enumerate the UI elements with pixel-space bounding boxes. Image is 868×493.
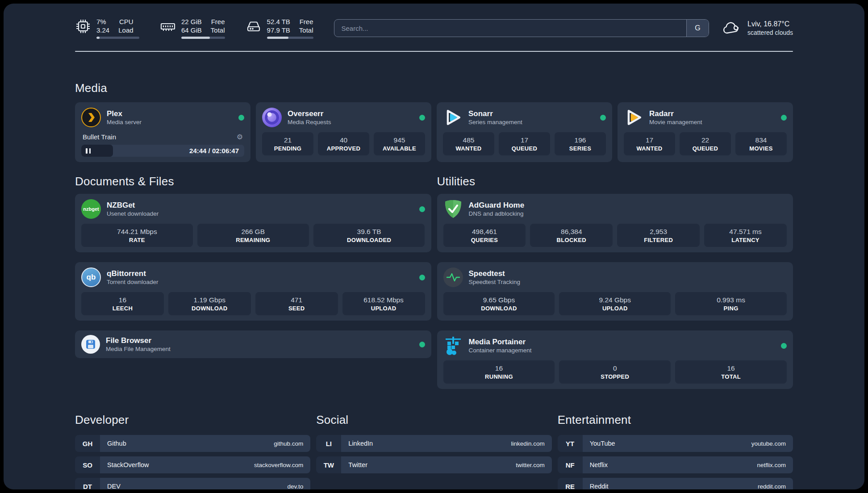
bookmark-url: netflix.com: [757, 462, 786, 468]
status-online-dot: [781, 115, 787, 121]
bookmark-url: github.com: [274, 440, 303, 447]
social-section-title: Social: [316, 413, 551, 427]
weather-condition: scattered clouds: [747, 29, 793, 37]
status-online-dot: [419, 275, 425, 280]
app-name: Speedtest: [469, 269, 521, 278]
bookmark-linkedin[interactable]: LI LinkedIn linkedin.com: [316, 435, 551, 452]
service-card-portainer[interactable]: Media Portainer Container management 16 …: [437, 330, 793, 389]
service-card-radarr[interactable]: Radarr Movie management 17 WANTED 22 QUE…: [618, 102, 793, 162]
weather-widget: Lviv, 16.87°C scattered clouds: [722, 20, 793, 37]
stat-total: 16 TOTAL: [675, 360, 787, 384]
stat-pending: 21 PENDING: [262, 132, 313, 155]
playback-progress-bar[interactable]: 24:44 / 02:06:47: [81, 145, 244, 157]
service-card-nzbget[interactable]: nzbget NZBGet Usenet downloader 744.21 M…: [75, 194, 431, 252]
dashboard-page: 7% 3.24 CPU Load: [4, 4, 864, 489]
weather-location-temp: Lviv, 16.87°C: [747, 20, 793, 29]
developer-section-title: Developer: [75, 413, 310, 427]
bookmark-url: reddit.com: [758, 483, 786, 490]
app-name: Sonarr: [468, 109, 522, 118]
nzbget-icon: nzbget: [81, 199, 101, 219]
adguard-icon: [443, 199, 463, 219]
bookmark-name: Github: [107, 440, 126, 447]
service-card-plex[interactable]: Plex Media server Bullet Train ⚙: [75, 102, 250, 162]
bookmark-url: linkedin.com: [511, 440, 545, 447]
section-social: Social LI LinkedIn linkedin.com TW Twitt…: [316, 413, 551, 478]
search-engine-button[interactable]: G: [686, 20, 709, 37]
bookmark-netflix[interactable]: NF Netflix netflix.com: [558, 456, 793, 473]
bookmark-tag: SO: [75, 456, 100, 473]
memory-total-value: 64 GiB: [181, 26, 202, 34]
app-description: Media File Management: [106, 345, 171, 353]
cpu-percent: 7%: [96, 17, 109, 26]
app-name: NZBGet: [107, 201, 159, 210]
service-card-overseerr[interactable]: Overseerr Media Requests 21 PENDING 40 A…: [256, 102, 431, 162]
service-card-qbittorrent[interactable]: qb qBittorrent Torrent downloader 16 LEE…: [75, 262, 431, 321]
service-card-sonarr[interactable]: Sonarr Series management 485 WANTED 17 Q…: [437, 102, 612, 162]
app-name: Media Portainer: [469, 337, 532, 347]
app-name: File Browser: [106, 336, 171, 345]
memory-progress-fill: [181, 37, 210, 39]
bookmark-stackoverflow[interactable]: SO StackOverflow stackoverflow.com: [75, 456, 310, 473]
bookmark-github[interactable]: GH Github github.com: [75, 435, 310, 452]
playback-progress-fill: [81, 145, 113, 157]
disk-progress-track: [267, 37, 313, 39]
stat-queries: 498,461 QUERIES: [443, 224, 526, 247]
bookmark-reddit[interactable]: RE Reddit reddit.com: [558, 478, 793, 489]
section-media: Media Plex Media server: [75, 81, 793, 162]
cpu-progress-track: [96, 37, 139, 39]
search-input[interactable]: [334, 20, 687, 37]
gear-icon[interactable]: ⚙: [237, 133, 243, 141]
app-description: Container management: [469, 347, 532, 354]
bookmark-twitter[interactable]: TW Twitter twitter.com: [316, 456, 551, 473]
status-online-dot: [238, 115, 244, 121]
portainer-icon: [443, 336, 463, 355]
stat-queued: 17 QUEUED: [499, 132, 550, 155]
bookmark-dev[interactable]: DT DEV dev.to: [75, 478, 310, 489]
overseerr-icon: [262, 108, 282, 127]
bookmark-name: Reddit: [590, 483, 609, 489]
app-name: qBittorrent: [107, 269, 159, 278]
sonarr-icon: [443, 108, 463, 127]
bookmark-url: youtube.com: [751, 440, 786, 447]
app-description: Movie management: [649, 118, 702, 126]
stat-latency: 47.571 ms LATENCY: [704, 224, 787, 247]
stat-ping: 0.993 ms PING: [675, 292, 787, 315]
stat-series: 196 SERIES: [555, 132, 606, 155]
entertainment-section-title: Entertainment: [558, 413, 793, 427]
bookmark-tag: DT: [75, 478, 100, 489]
media-section-title: Media: [75, 81, 793, 95]
bookmark-name: DEV: [107, 483, 121, 489]
service-card-filebrowser[interactable]: File Browser Media File Management: [75, 330, 431, 358]
documents-section-title: Documents & Files: [75, 175, 431, 188]
service-card-adguard[interactable]: AdGuard Home DNS and adblocking 498,461 …: [437, 194, 793, 252]
search-bar: G: [334, 19, 709, 37]
utilities-section-title: Utilities: [437, 175, 793, 188]
stat-running: 16 RUNNING: [443, 360, 555, 384]
app-description: Usenet downloader: [107, 210, 159, 217]
stat-blocked: 86,384 BLOCKED: [530, 224, 613, 247]
disk-free-value: 52.4 TB: [267, 17, 290, 26]
stat-wanted: 485 WANTED: [443, 132, 494, 155]
top-bar: 7% 3.24 CPU Load: [75, 17, 793, 39]
bookmark-url: twitter.com: [516, 462, 545, 468]
now-playing-title: Bullet Train: [83, 133, 116, 141]
disk-progress-fill: [267, 37, 289, 39]
stat-seed: 471 SEED: [255, 292, 338, 315]
bookmark-name: YouTube: [590, 440, 615, 447]
section-entertainment: Entertainment YT YouTube youtube.com NF …: [558, 413, 793, 489]
stat-download: 9.65 Gbps DOWNLOAD: [443, 292, 555, 315]
stat-wanted: 17 WANTED: [624, 132, 675, 155]
app-name: AdGuard Home: [469, 201, 525, 210]
app-description: Speedtest Tracking: [469, 278, 521, 286]
bookmark-youtube[interactable]: YT YouTube youtube.com: [558, 435, 793, 452]
disk-total-label: Total: [299, 26, 313, 34]
section-utilities: Utilities AdGuard Home: [437, 175, 793, 389]
section-developer: Developer GH Github github.com SO StackO…: [75, 413, 310, 489]
bookmark-tag: LI: [316, 435, 341, 452]
bookmark-name: LinkedIn: [348, 440, 373, 447]
status-online-dot: [419, 206, 425, 212]
stat-movies: 834 MOVIES: [735, 132, 787, 155]
memory-free-value: 22 GiB: [181, 17, 202, 26]
service-card-speedtest[interactable]: Speedtest Speedtest Tracking 9.65 Gbps D…: [437, 262, 793, 321]
status-online-dot: [600, 115, 606, 121]
